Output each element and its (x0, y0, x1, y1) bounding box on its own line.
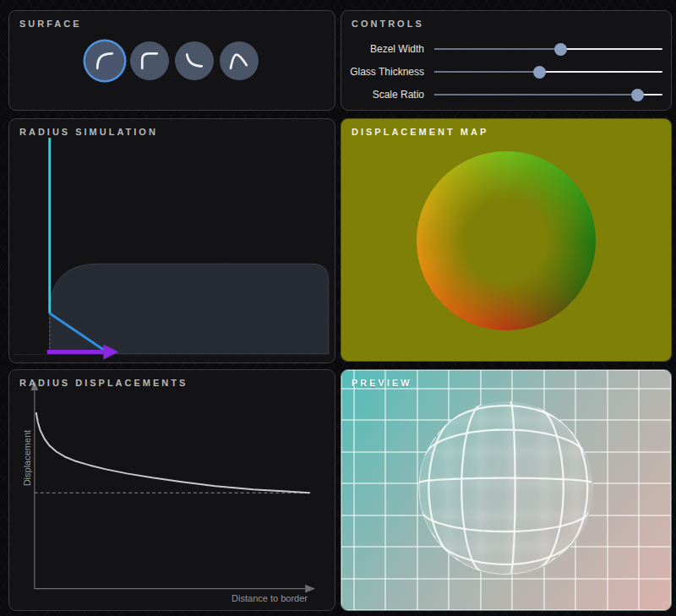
quarter-round-curve-icon (92, 48, 117, 74)
bezel-width-slider[interactable] (434, 42, 662, 56)
glass-thickness-slider[interactable] (434, 65, 662, 79)
surface-options (85, 41, 259, 80)
slider-row-bezel-width: Bezel Width (341, 37, 671, 60)
displacement-map-title: DISPLACEMENT MAP (352, 127, 488, 137)
surface-option-decay[interactable] (175, 41, 214, 80)
bezel-width-slider-thumb[interactable] (554, 43, 567, 56)
x-axis-arrow (305, 585, 315, 593)
radius-simulation-panel: RADIUS SIMULATION (8, 118, 335, 363)
y-axis-label: Displacement (22, 420, 32, 496)
displacement-map-panel: DISPLACEMENT MAP (341, 118, 672, 362)
radius-displacements-title: RADIUS DISPLACEMENTS (19, 378, 188, 388)
glass-thickness-label: Glass Thickness (341, 66, 434, 78)
radius-simulation-title: RADIUS SIMULATION (19, 127, 158, 137)
preview-panel: PREVIEW (341, 369, 672, 611)
scale-ratio-label: Scale Ratio (341, 89, 434, 101)
ease-out-curve-icon (182, 48, 207, 74)
glass-thickness-slider-thumb[interactable] (533, 66, 546, 79)
surface-panel: SURFACE (8, 10, 335, 111)
surface-option-corner[interactable] (130, 41, 169, 80)
scale-ratio-slider[interactable] (434, 88, 662, 101)
displacement-map-sphere (417, 151, 596, 330)
scale-ratio-slider-thumb[interactable] (631, 89, 644, 101)
rounded-corner-curve-icon (137, 48, 162, 74)
radius-displacements-panel: Displacement Distance to border RADIUS D… (8, 369, 335, 611)
slider-row-scale-ratio: Scale Ratio (341, 83, 671, 106)
surface-panel-title: SURFACE (19, 19, 82, 29)
controls-panel: CONTROLS Bezel Width Glass Thickness Sca… (341, 10, 672, 111)
sliders-group: Bezel Width Glass Thickness Scale Ratio (341, 37, 671, 106)
surface-option-round[interactable] (85, 41, 124, 80)
x-axis-label: Distance to border (232, 593, 308, 603)
slider-track-fill (434, 94, 637, 95)
surface-option-bump[interactable] (220, 41, 259, 80)
slider-row-glass-thickness: Glass Thickness (341, 60, 671, 83)
slider-track-fill (434, 48, 560, 50)
bump-curve-icon (226, 48, 252, 74)
radius-simulation-diagram (9, 119, 335, 363)
controls-panel-title: CONTROLS (352, 19, 424, 29)
glass-lens-circle (419, 401, 593, 575)
bezel-width-label: Bezel Width (341, 43, 434, 55)
slider-track-fill (434, 71, 539, 73)
preview-title: PREVIEW (352, 378, 412, 388)
displacement-chart (9, 370, 335, 611)
